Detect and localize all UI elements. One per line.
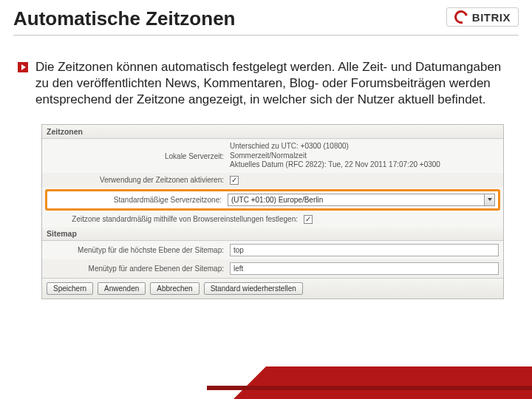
section-timezones: Zeitzonen	[42, 125, 503, 139]
brand-text: BITRIX	[472, 11, 511, 24]
section-sitemap: Sitemap	[42, 227, 503, 241]
brand-logo: BITRIX	[446, 7, 519, 27]
footer-line	[0, 386, 532, 390]
save-button[interactable]: Speichern	[47, 282, 93, 295]
default-timezone-value: (UTC +01:00) Europe/Berlin	[231, 196, 323, 204]
local-server-time-label: Lokale Serverzeit:	[47, 152, 224, 160]
menu-other-label: Menütyp für andere Ebenen der Sitemap:	[47, 265, 224, 273]
menu-other-input[interactable]: left	[230, 262, 499, 275]
chevron-down-icon[interactable]	[484, 194, 494, 205]
bitrix-swirl-icon	[452, 8, 471, 27]
intro-paragraph: Die Zeitzonen können automatisch festgel…	[35, 60, 501, 106]
browser-timezone-checkbox[interactable]: ✓	[304, 215, 313, 224]
enable-timezones-checkbox[interactable]: ✓	[230, 176, 239, 185]
arrow-bullet-icon	[18, 62, 28, 72]
settings-panel: Zeitzonen Lokale Serverzeit: Unterschied…	[41, 124, 504, 299]
menu-top-label: Menütyp für die höchste Ebene der Sitema…	[47, 246, 224, 254]
button-bar: Speichern Anwenden Abbrechen Standard wi…	[42, 278, 503, 299]
apply-button[interactable]: Anwenden	[98, 282, 146, 295]
default-timezone-row-highlighted: Standardmäßige Serverzeitzone: (UTC +01:…	[45, 189, 500, 211]
local-server-time-value: Unterschied zu UTC: +0300 (10800) Sommer…	[230, 142, 499, 170]
cancel-button[interactable]: Abbrechen	[150, 282, 199, 295]
menu-top-input[interactable]: top	[230, 244, 499, 256]
page-title: Automatische Zeitzonen	[13, 7, 235, 30]
default-timezone-label: Standardmäßige Serverzeitzone:	[50, 196, 222, 204]
default-timezone-select[interactable]: (UTC +01:00) Europe/Berlin	[228, 194, 495, 206]
browser-timezone-label: Zeitzone standardmäßig mithilfe von Brow…	[47, 215, 298, 223]
reset-button[interactable]: Standard wiederherstellen	[204, 282, 303, 295]
enable-timezones-label: Verwendung der Zeitzonen aktivieren:	[47, 176, 224, 184]
footer-decoration	[0, 366, 532, 399]
